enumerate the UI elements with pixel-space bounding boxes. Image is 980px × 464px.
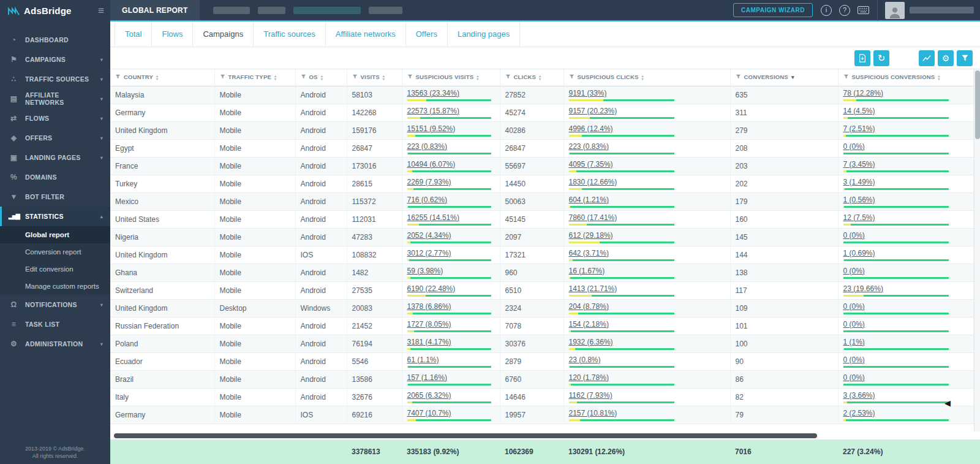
refresh-button[interactable]: ↻ (873, 50, 889, 66)
table-row[interactable]: ItalyMobileAndroid326762065 (6.32%)14646… (110, 388, 974, 406)
suspicious-value-link[interactable]: 642 (3.71%) (569, 249, 609, 257)
suspicious-value-link[interactable]: 3 (1.49%) (843, 178, 875, 186)
suspicious-value-link[interactable]: 120 (1.78%) (569, 373, 609, 382)
table-row[interactable]: SwitzerlandMobileAndroid275356190 (22.48… (110, 281, 974, 299)
suspicious-value-link[interactable]: 0 (0%) (843, 267, 865, 275)
suspicious-value-link[interactable]: 1162 (7.93%) (569, 391, 612, 400)
filter-funnel-icon[interactable] (569, 74, 575, 81)
suspicious-value-link[interactable]: 2 (2.53%) (843, 409, 875, 417)
column-header-suspicious-clicks[interactable]: SUSPICIOUS CLICKS▴▾ (564, 69, 730, 86)
suspicious-value-link[interactable]: 0 (0%) (843, 142, 865, 151)
sidebar-item-domains[interactable]: %DOMAINS (0, 167, 110, 187)
vertical-scrollbar[interactable] (974, 69, 980, 432)
filter-funnel-icon[interactable] (352, 74, 358, 81)
suspicious-value-link[interactable]: 23 (0.8%) (569, 356, 601, 364)
suspicious-value-link[interactable]: 1413 (21.71%) (569, 284, 617, 293)
column-header-suspicious-visits[interactable]: SUSPICIOUS VISITS▴▾ (402, 69, 500, 86)
table-row[interactable]: GhanaMobileAndroid148259 (3.98%)96016 (1… (110, 264, 974, 281)
suspicious-value-link[interactable]: 61 (1.1%) (407, 356, 439, 364)
suspicious-value-link[interactable]: 223 (0.83%) (569, 142, 609, 151)
sidebar-subitem-global-report[interactable]: Global report (0, 226, 110, 243)
suspicious-value-link[interactable]: 1 (1%) (843, 338, 865, 346)
suspicious-value-link[interactable]: 3012 (2.77%) (407, 249, 451, 257)
scroll-left-icon[interactable]: ◀ (944, 399, 951, 407)
sidebar-item-campaigns[interactable]: ⚑CAMPAIGNS▾ (0, 50, 110, 69)
tab-flows[interactable]: Flows (152, 21, 193, 47)
table-row[interactable]: BrazilMobileAndroid13586157 (1.16%)67601… (110, 370, 974, 388)
suspicious-value-link[interactable]: 157 (1.16%) (407, 373, 447, 382)
suspicious-value-link[interactable]: 14 (4.5%) (843, 107, 875, 115)
suspicious-value-link[interactable]: 23 (19.66%) (843, 284, 883, 293)
sidebar-item-affiliate-networks[interactable]: ▤AFFILIATE NETWORKS▾ (0, 89, 110, 108)
filter-funnel-icon[interactable] (505, 74, 511, 81)
filter-funnel-icon[interactable] (736, 74, 741, 81)
table-row[interactable]: FranceMobileAndroid17301610494 (6.07%)55… (110, 157, 974, 175)
filter-funnel-icon[interactable] (407, 74, 413, 81)
tab-landing-pages[interactable]: Landing pages (448, 21, 520, 47)
column-header-suspicious-conversions[interactable]: SUSPICIOUS CONVERSIONS▴▾ (838, 69, 974, 86)
suspicious-value-link[interactable]: 0 (0%) (843, 302, 865, 311)
filter-funnel-icon[interactable] (843, 74, 849, 81)
sidebar-item-dashboard[interactable]: ◔DASHBOARD (0, 30, 110, 50)
column-header-traffic-type[interactable]: TRAFFIC TYPE▴▾ (214, 69, 295, 86)
sidebar-subitem-conversion-report[interactable]: Conversion report (0, 243, 110, 261)
sidebar-item-flows[interactable]: ⇄FLOWS▾ (0, 108, 110, 128)
tab-affiliate-networks[interactable]: Affiliate networks (326, 21, 406, 47)
suspicious-value-link[interactable]: 15151 (9.52%) (407, 124, 456, 133)
table-row[interactable]: MalaysiaMobileAndroid5810313563 (23.34%)… (110, 86, 974, 104)
table-row[interactable]: MexicoMobileAndroid115372716 (0.62%)5006… (110, 192, 974, 210)
keyboard-icon[interactable] (858, 6, 869, 14)
table-row[interactable]: United KingdomDesktopWindows200831378 (6… (110, 299, 974, 317)
tab-offers[interactable]: Offers (406, 21, 448, 47)
suspicious-value-link[interactable]: 2052 (4.34%) (407, 231, 451, 240)
sidebar-item-task-list[interactable]: ≡TASK LIST (0, 314, 110, 334)
suspicious-value-link[interactable]: 2269 (7.93%) (407, 178, 451, 186)
global-report-tab[interactable]: GLOBAL REPORT (110, 0, 200, 20)
export-button[interactable] (854, 50, 870, 66)
tab-campaigns[interactable]: Campaigns (193, 21, 254, 47)
redacted-nav-item[interactable] (369, 7, 402, 14)
suspicious-value-link[interactable]: 78 (12.28%) (843, 89, 883, 97)
suspicious-value-link[interactable]: 612 (29.18%) (569, 231, 613, 240)
table-row[interactable]: United KingdomMobileIOS1088323012 (2.77%… (110, 246, 974, 264)
filter-funnel-icon[interactable] (301, 74, 306, 81)
suspicious-value-link[interactable]: 154 (2.18%) (569, 320, 609, 329)
suspicious-value-link[interactable]: 0 (0%) (843, 356, 865, 364)
column-header-country[interactable]: COUNTRY▴▾ (110, 69, 214, 86)
table-row[interactable]: EcuadorMobileAndroid554661 (1.1%)287923 … (110, 352, 974, 370)
suspicious-value-link[interactable]: 9191 (33%) (569, 89, 607, 97)
table-row[interactable]: EgyptMobileAndroid26847223 (0.83%)268472… (110, 139, 974, 157)
user-menu[interactable] (877, 0, 974, 21)
sidebar-item-statistics[interactable]: ▂▅▇STATISTICS▴ (0, 207, 110, 226)
table-row[interactable]: United KingdomMobileAndroid15917615151 (… (110, 121, 974, 139)
suspicious-value-link[interactable]: 3181 (4.17%) (407, 338, 451, 346)
redacted-nav-item[interactable] (258, 7, 285, 14)
suspicious-value-link[interactable]: 7 (3.45%) (843, 160, 875, 169)
suspicious-value-link[interactable]: 10494 (6.07%) (407, 160, 456, 169)
suspicious-value-link[interactable]: 7860 (17.41%) (569, 213, 617, 222)
filter-funnel-icon[interactable] (220, 74, 225, 81)
suspicious-value-link[interactable]: 6190 (22.48%) (407, 284, 456, 293)
horizontal-scrollbar[interactable] (110, 432, 980, 439)
chart-button[interactable] (919, 50, 935, 66)
suspicious-value-link[interactable]: 4095 (7.35%) (569, 160, 613, 169)
column-header-conversions[interactable]: CONVERSIONS▾ (730, 69, 838, 86)
table-row[interactable]: GermanyMobileAndroid14226822573 (15.87%)… (110, 104, 974, 121)
suspicious-value-link[interactable]: 1 (0.56%) (843, 196, 875, 204)
table-row[interactable]: TurkeyMobileAndroid286152269 (7.93%)1445… (110, 175, 974, 192)
sidebar-item-traffic-sources[interactable]: ∴TRAFFIC SOURCES▾ (0, 69, 110, 89)
sidebar-item-bot-filter[interactable]: ▼BOT FILTER (0, 187, 110, 207)
sidebar-item-landing-pages[interactable]: ▣LANDING PAGES▾ (0, 148, 110, 167)
suspicious-value-link[interactable]: 1378 (6.86%) (407, 302, 451, 311)
redacted-nav-item[interactable] (213, 7, 250, 14)
suspicious-value-link[interactable]: 13563 (23.34%) (407, 89, 459, 97)
settings-button[interactable]: ⚙ (938, 50, 954, 66)
suspicious-value-link[interactable]: 1727 (8.05%) (407, 320, 451, 329)
info-icon[interactable]: i (821, 5, 832, 16)
table-row[interactable]: GermanyMobileIOS692167407 (10.7%)1995721… (110, 406, 974, 424)
suspicious-value-link[interactable]: 16255 (14.51%) (407, 213, 459, 222)
horizontal-scrollbar-thumb[interactable] (114, 433, 817, 438)
column-header-visits[interactable]: VISITS▴▾ (347, 69, 402, 86)
suspicious-value-link[interactable]: 0 (0%) (843, 373, 865, 382)
suspicious-value-link[interactable]: 204 (8.78%) (569, 302, 609, 311)
